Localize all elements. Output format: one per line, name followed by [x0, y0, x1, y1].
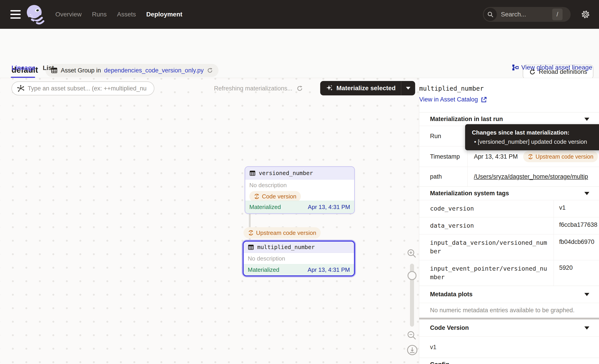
- tag-value: f6ccba177638: [554, 217, 599, 234]
- tooltip-title: Changes since last materialization:: [472, 129, 599, 136]
- dagster-app: Overview Runs Assets Deployment / defaul…: [0, 0, 599, 364]
- search-input[interactable]: [501, 11, 552, 18]
- menu-icon[interactable]: [10, 10, 21, 19]
- changed-code-version-icon: [254, 193, 260, 199]
- view-global-lineage-link[interactable]: View global asset lineage: [512, 64, 592, 71]
- zoom-out-icon[interactable]: [406, 330, 417, 341]
- asset-node-multiplied-number[interactable]: multiplied_number No description Materia…: [243, 241, 355, 277]
- code-version-chip: Code version: [249, 191, 301, 202]
- section-heading: Metadata plots: [430, 291, 473, 298]
- top-nav: Overview Runs Assets Deployment /: [0, 0, 599, 29]
- upstream-code-version-label: Upstream code version: [536, 153, 593, 160]
- view-tabs: Lineage List View global asset lineage: [0, 59, 599, 78]
- materialize-selected-main[interactable]: Materialize selected: [320, 81, 401, 95]
- refresh-status-label: Refreshing materializations...: [214, 85, 292, 92]
- asset-subset-filter[interactable]: [11, 81, 154, 95]
- nav-item-runs[interactable]: Runs: [92, 11, 107, 18]
- search-shortcut-badge: /: [552, 9, 563, 20]
- search-icon: [484, 8, 497, 21]
- tag-row: data_version f6ccba177638: [419, 217, 599, 234]
- download-view-icon[interactable]: [407, 344, 418, 356]
- changed-code-version-icon: [248, 230, 254, 236]
- tab-lineage[interactable]: Lineage: [11, 64, 35, 71]
- op-selector-icon: [17, 85, 25, 92]
- tag-value: 5920: [554, 260, 599, 286]
- tag-key: code_version: [419, 200, 554, 217]
- asset-node-name: multiplied_number: [257, 244, 315, 250]
- zoom-slider-handle[interactable]: [407, 271, 416, 280]
- section-heading: Code Version: [430, 324, 469, 331]
- global-search[interactable]: /: [483, 7, 571, 22]
- sparkle-icon: [326, 84, 333, 92]
- asset-node-name: versioned_number: [259, 170, 313, 176]
- section-heading: Materialization in last run: [430, 116, 503, 123]
- section-metadata-plots[interactable]: Metadata plots: [419, 286, 599, 303]
- lineage-graph-icon: [512, 64, 519, 71]
- metadata-plots-empty: No numeric metadata entries available to…: [419, 303, 599, 318]
- tag-key: input_event_pointer/versioned_number: [419, 260, 554, 286]
- materialized-status: Materialized: [249, 204, 281, 211]
- section-heading: Config: [430, 361, 449, 364]
- external-link-icon: [481, 96, 487, 103]
- chevron-down-icon[interactable]: [584, 118, 589, 121]
- section-materialization-last-run[interactable]: Materialization in last run: [419, 112, 599, 126]
- active-tab-underline: [11, 77, 35, 78]
- chevron-down-icon: [406, 87, 410, 89]
- section-code-version[interactable]: Code Version: [419, 320, 599, 336]
- asset-node-footer: Materialized Apr 13, 4:31 PM: [245, 201, 354, 213]
- timestamp-label: Timestamp: [419, 147, 467, 167]
- path-row: path /Users/sryza/dagster_home/storage/m…: [419, 167, 599, 187]
- materialized-timestamp[interactable]: Apr 13, 4:31 PM: [308, 266, 350, 273]
- tag-row: input_data_version/versioned_number fb04…: [419, 234, 599, 260]
- settings-gear-icon[interactable]: [581, 9, 590, 20]
- code-version-chip-label: Code version: [262, 193, 296, 200]
- refresh-icon[interactable]: [296, 85, 303, 92]
- materialize-selected-label: Materialize selected: [336, 85, 396, 92]
- run-label: Run: [419, 126, 467, 146]
- nav-item-deployment[interactable]: Deployment: [146, 11, 182, 18]
- path-value-link[interactable]: /Users/sryza/dagster_home/storage/multip: [474, 173, 588, 180]
- tag-value: v1: [554, 200, 599, 217]
- asset-node-description: No description: [249, 182, 350, 189]
- asset-node-body: No description Code version: [245, 180, 354, 202]
- page-header: default Asset Group in dependencies_code…: [0, 29, 599, 59]
- tag-row: code_version v1: [419, 200, 599, 217]
- view-in-asset-catalog-link[interactable]: View in Asset Catalog: [419, 96, 599, 103]
- upstream-code-version-label: Upstream code version: [256, 229, 316, 236]
- asset-node-header: multiplied_number: [244, 242, 354, 253]
- chevron-down-icon[interactable]: [584, 293, 589, 296]
- tag-value: fb04dcb6970: [554, 234, 599, 260]
- chevron-down-icon[interactable]: [584, 192, 589, 195]
- asset-node-footer: Materialized Apr 13, 4:31 PM: [244, 264, 354, 275]
- dagster-logo-icon[interactable]: [26, 4, 45, 25]
- asset-node-description: No description: [248, 255, 350, 262]
- path-label: path: [419, 167, 467, 187]
- lineage-graph-canvas[interactable]: Refreshing materializations... Materiali…: [0, 78, 419, 364]
- materialize-dropdown-toggle[interactable]: [401, 81, 415, 95]
- view-global-lineage-label: View global asset lineage: [521, 64, 592, 71]
- asset-node-header: versioned_number: [245, 167, 354, 180]
- materialized-timestamp[interactable]: Apr 13, 4:31 PM: [308, 204, 350, 211]
- table-icon: [249, 170, 256, 176]
- zoom-in-icon[interactable]: [406, 248, 417, 259]
- code-version-value: v1: [419, 336, 599, 358]
- refresh-status: Refreshing materializations...: [214, 83, 303, 94]
- section-divider: [419, 318, 599, 320]
- nav-item-assets[interactable]: Assets: [117, 11, 136, 18]
- materialize-selected-button[interactable]: Materialize selected: [320, 81, 415, 95]
- tag-row: input_event_pointer/versioned_number 592…: [419, 260, 599, 286]
- asset-subset-input[interactable]: [28, 85, 153, 92]
- section-heading: Materialization system tags: [430, 190, 509, 197]
- upstream-code-version-chip: Upstream code version: [523, 151, 598, 162]
- upstream-code-version-chip: Upstream code version: [244, 227, 321, 238]
- section-config[interactable]: Config: [419, 358, 599, 364]
- chevron-down-icon[interactable]: [584, 326, 589, 329]
- asset-node-versioned-number[interactable]: versioned_number No description Code ver…: [245, 166, 355, 214]
- section-system-tags[interactable]: Materialization system tags: [419, 187, 599, 200]
- view-in-asset-catalog-label: View in Asset Catalog: [419, 96, 478, 103]
- nav-links: Overview Runs Assets Deployment: [55, 11, 182, 18]
- tab-list[interactable]: List: [43, 64, 54, 71]
- timestamp-value: Apr 13, 4:31 PM: [474, 153, 518, 160]
- nav-item-overview[interactable]: Overview: [55, 11, 82, 18]
- materialized-status: Materialized: [248, 266, 279, 273]
